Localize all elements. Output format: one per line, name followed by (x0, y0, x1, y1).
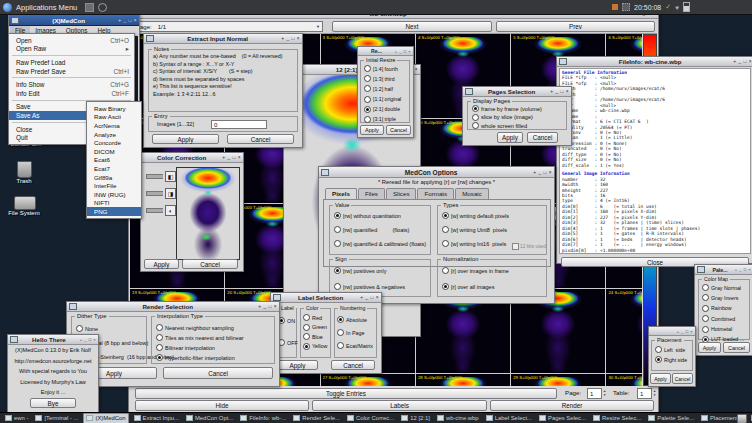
submenu-item[interactable]: Ecat6 (87, 156, 141, 165)
slider-groove[interactable] (146, 174, 163, 179)
radio-option[interactable]: Hotmetal (702, 326, 744, 333)
toggle-entries-button[interactable]: Toggle Entries (135, 388, 557, 399)
hello-titlebar[interactable]: Hello There + _ □ × (8, 335, 98, 345)
submenu-item[interactable]: Concorde (87, 138, 141, 147)
options-tab[interactable]: Files (358, 188, 385, 199)
tray-icon[interactable] (622, 3, 630, 11)
radio-option[interactable]: In Page (337, 329, 373, 336)
radio-option[interactable]: [1:1] original (364, 96, 401, 103)
next-button[interactable]: Next (332, 21, 492, 32)
labelsel-titlebar[interactable]: Label Selection + _ □ × (271, 293, 381, 303)
desktop-icon-trash[interactable]: Trash (6, 178, 42, 184)
submenu-item[interactable]: Raw Binary (87, 104, 141, 113)
slider-groove[interactable] (146, 191, 163, 196)
resize-apply-button[interactable]: Apply (360, 125, 384, 135)
taskbar-item[interactable]: Label Select... (484, 414, 534, 423)
contrast-icon[interactable]: ◐ (165, 205, 176, 216)
radio-option[interactable]: Nearest neighbour sampling (156, 324, 244, 331)
radio-option[interactable]: Red (303, 314, 327, 321)
menu-item[interactable]: Info Show Ctrl+G (9, 80, 134, 89)
correction-slider[interactable]: ◧ (146, 171, 176, 182)
desktop-icon-filesystem[interactable]: File System (2, 210, 46, 216)
pages-cancel-button[interactable]: Cancel (527, 132, 558, 143)
menu-item[interactable]: Raw Predef Load (9, 58, 134, 67)
rendersel-titlebar[interactable]: Render Selection + _ □ × (67, 302, 279, 312)
taskbar-item[interactable]: Resize Selec... (591, 414, 643, 423)
window-controls-icon[interactable]: + _ □ × (395, 49, 411, 54)
window-controls-icon[interactable]: + _ □ × (222, 155, 241, 160)
fileinfo-content[interactable]: General File Information FILE *ifp : <nu… (559, 68, 751, 254)
labelsel-apply-button[interactable]: Apply (277, 360, 318, 370)
window-controls-icon[interactable]: + _ □ × (80, 337, 96, 342)
radio-option[interactable]: Tiles as mix nearest and bilinear (156, 334, 244, 341)
scan-thumbnail[interactable]: 24 S+0/p000 T+0/p000 (606, 289, 642, 374)
placement-cancel-button[interactable]: Cancel (672, 373, 693, 384)
radio-option[interactable]: Yellow (303, 343, 327, 350)
radio-option[interactable]: [rw] quantified (floats) (334, 226, 426, 233)
radio-option[interactable]: Right side (655, 356, 687, 363)
window-controls-icon[interactable]: + _ □ × (258, 304, 277, 309)
labelsel-cancel-button[interactable]: Cancel (331, 360, 375, 370)
radio-option[interactable]: [2:1] double (364, 106, 401, 113)
radio-option[interactable]: [w] writing Int16 pixels (442, 240, 509, 247)
pages-titlebar[interactable]: Pages Selection + _ □ × (463, 87, 571, 97)
radio-option[interactable]: Rainbow (702, 305, 744, 312)
correction-slider[interactable]: ◨ (146, 188, 176, 199)
resize-titlebar[interactable]: Re... + _ □ × (358, 47, 413, 56)
window-controls-icon[interactable]: + _ □ × (533, 170, 552, 175)
options-tab[interactable]: Slices (386, 188, 417, 199)
window-controls-icon[interactable]: + _ □ × (677, 329, 693, 334)
taskbar-item[interactable]: (X)MedCon (83, 413, 128, 423)
menu-item[interactable] (12, 77, 131, 78)
scan-thumbnail[interactable]: 27 S+0/p000 T+0/p000 (321, 374, 416, 386)
taskbar-item[interactable]: 12 [2:1] (399, 414, 432, 423)
filesystem-icon[interactable] (14, 196, 36, 210)
radio-option[interactable]: Left side (655, 346, 687, 353)
scan-thumbnail[interactable]: 30 S+0/p000 T+0/p000 (606, 374, 642, 386)
window-controls-icon[interactable]: + _ □ × (360, 295, 379, 300)
contrast-icon[interactable]: ◨ (165, 188, 176, 199)
radio-option[interactable]: [1:2] half (364, 85, 401, 92)
radio-option[interactable]: [w] writing default pixels (442, 212, 509, 219)
window-controls-icon[interactable]: + _ □ × (281, 36, 300, 41)
radio-option[interactable]: [rw] without quantitation (334, 212, 426, 219)
page-stepper[interactable]: ▲ ▼ (603, 388, 606, 399)
radio-option[interactable]: Gray Invers (702, 294, 744, 301)
rendersel-cancel-button[interactable]: Cancel (163, 367, 273, 379)
radio-option[interactable]: Ecat/Matrix (337, 342, 373, 349)
placement-apply-button[interactable]: Apply (650, 373, 671, 384)
applications-menu-icon[interactable] (3, 3, 12, 12)
window-controls-icon[interactable]: + _ □ × (735, 267, 751, 272)
taskbar-item[interactable]: Extract Inpu... (132, 414, 181, 423)
radio-option[interactable]: [r] over images in frame (442, 267, 509, 274)
page-combobox[interactable]: Page: 1/1 ▼ (133, 21, 323, 32)
radio-option[interactable]: slice by slice (image) (472, 114, 542, 121)
palette-titlebar[interactable]: Pale... + _ □ × (695, 265, 752, 275)
radio-option[interactable]: [w] writing Uint8 pixels (442, 226, 509, 233)
radio-option[interactable]: [rw] quantified & calibrated (floats) (334, 240, 426, 247)
radio-option[interactable]: [rw] positives only (334, 267, 405, 274)
extract-cancel-button[interactable]: Cancel (227, 134, 294, 144)
submenu-item[interactable]: Raw Ascii (87, 113, 141, 122)
checkbox-icon[interactable] (512, 243, 519, 250)
heart-status-icon[interactable]: ♥ (675, 4, 679, 11)
correction-slider[interactable]: ◐ (146, 205, 176, 216)
palette-cancel-button[interactable]: Cancel (723, 342, 750, 353)
radio-option[interactable]: [r] over all images (442, 283, 509, 290)
taskbar-item[interactable]: [Terminal - ... (33, 414, 80, 423)
submenu-item[interactable]: Ecat7 (87, 164, 141, 173)
correction-cancel-button[interactable]: Cancel (182, 259, 238, 269)
taskbar-item[interactable]: Color Correc... (345, 414, 396, 423)
correction-titlebar[interactable]: Color Correction + _ □ × (141, 153, 243, 163)
radio-option[interactable]: Combined (702, 315, 744, 322)
labels-button[interactable]: Labels (312, 400, 487, 411)
images-input[interactable]: 0 (211, 120, 267, 129)
taskbar-item[interactable]: FileInfo: wb-... (238, 414, 288, 423)
scan-thumbnail[interactable]: 28 S+0/p000 T+0/p000 (416, 374, 511, 386)
applications-menu-label[interactable]: Applications Menu (16, 3, 77, 12)
menu-item[interactable]: Info Edit Ctrl+F (9, 89, 134, 98)
submenu-item[interactable]: INW (RUG) (87, 190, 141, 199)
slider-groove[interactable] (146, 208, 163, 213)
options-tab[interactable]: Mosaic (455, 188, 489, 199)
extract-titlebar[interactable]: Extract Input Normal + _ □ × (144, 34, 302, 44)
